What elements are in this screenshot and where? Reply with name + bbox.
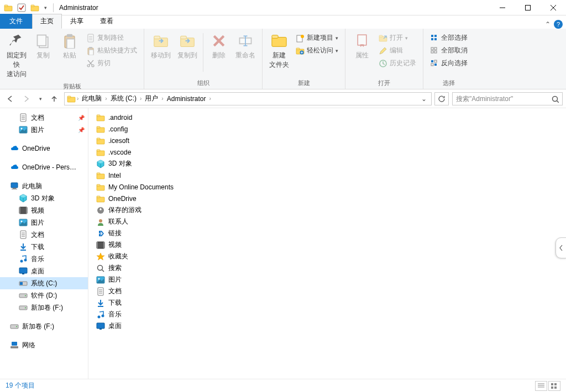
- copy-to-button[interactable]: 复制到: [174, 31, 201, 61]
- qat-dropdown-icon[interactable]: ▾: [42, 2, 49, 14]
- minimize-button[interactable]: [490, 0, 515, 15]
- file-item[interactable]: 保存的游戏: [94, 204, 560, 216]
- properties-button[interactable]: 属性: [349, 31, 375, 61]
- ribbon-collapse-icon[interactable]: ⌃: [545, 20, 551, 28]
- edit-button[interactable]: 编辑: [378, 45, 417, 56]
- chevron-right-icon[interactable]: ›: [209, 96, 211, 102]
- address-bar[interactable]: › 此电脑› 系统 (C:)› 用户› Administrator› ⌄: [64, 92, 432, 105]
- file-item[interactable]: 图片: [94, 274, 560, 285]
- tree-drive-c[interactable]: 系统 (C:): [0, 277, 88, 289]
- search-input[interactable]: [456, 95, 551, 103]
- address-folder-icon: [67, 94, 76, 103]
- icons-view-button[interactable]: [548, 381, 560, 391]
- onedrive-icon: [10, 144, 19, 153]
- chevron-right-icon[interactable]: ›: [140, 96, 142, 102]
- up-button[interactable]: [48, 92, 61, 105]
- details-view-button[interactable]: [535, 381, 547, 391]
- file-item[interactable]: 3D 对象: [94, 158, 560, 169]
- file-item[interactable]: 链接: [94, 227, 560, 239]
- new-item-button[interactable]: 新建项目▾: [295, 32, 339, 44]
- tree-pictures2[interactable]: 图片: [0, 216, 88, 229]
- easy-access-button[interactable]: 轻松访问▾: [295, 45, 339, 56]
- select-all-button[interactable]: 全部选择: [429, 32, 469, 44]
- recent-dropdown[interactable]: ▾: [36, 92, 44, 105]
- breadcrumb[interactable]: Administrator: [165, 95, 208, 103]
- tree-this-pc[interactable]: 此电脑: [0, 180, 88, 192]
- file-item[interactable]: 收藏夹: [94, 251, 560, 262]
- tree-music[interactable]: 音乐: [0, 253, 88, 265]
- cut-button[interactable]: 剪切: [85, 57, 138, 69]
- file-item[interactable]: OneDrive: [94, 193, 560, 204]
- chevron-right-icon[interactable]: ›: [161, 96, 163, 102]
- rename-button[interactable]: 重命名: [232, 31, 259, 61]
- file-item[interactable]: .android: [94, 112, 560, 123]
- tree-onedrive-personal[interactable]: OneDrive - Pers…: [0, 161, 88, 173]
- file-name: 搜索: [108, 263, 122, 273]
- file-item[interactable]: .config: [94, 123, 560, 135]
- search-icon: [551, 95, 559, 103]
- pin-quickaccess-button[interactable]: 固定到快 速访问: [3, 31, 30, 80]
- tree-documents2[interactable]: 文档: [0, 229, 88, 241]
- tree-desktop[interactable]: 桌面: [0, 265, 88, 277]
- search-box[interactable]: [452, 92, 563, 105]
- tree-newvol[interactable]: 新加卷 (F:): [0, 320, 88, 332]
- copy-button[interactable]: 复制: [30, 31, 56, 61]
- svg-rect-60: [431, 47, 433, 50]
- forward-button[interactable]: [20, 92, 33, 105]
- tab-view[interactable]: 查看: [92, 14, 122, 29]
- tree-videos[interactable]: 视频: [0, 204, 88, 216]
- breadcrumb[interactable]: 用户: [143, 94, 160, 103]
- tab-share[interactable]: 共享: [62, 14, 92, 29]
- invert-selection-button[interactable]: 反向选择: [429, 57, 469, 69]
- drive-icon: [19, 279, 28, 288]
- breadcrumb[interactable]: 此电脑: [80, 94, 104, 103]
- maximize-button[interactable]: [515, 0, 541, 15]
- file-item[interactable]: 桌面: [94, 320, 560, 332]
- folder-icon: [96, 183, 105, 192]
- tree-3d-objects[interactable]: 3D 对象: [0, 192, 88, 204]
- file-item[interactable]: 联系人: [94, 216, 560, 227]
- history-button[interactable]: 历史记录: [378, 57, 417, 69]
- pin-icon: 📌: [78, 127, 85, 133]
- file-item[interactable]: 下载: [94, 297, 560, 309]
- back-button[interactable]: [3, 92, 17, 105]
- folder-icon: [96, 125, 105, 134]
- open-button[interactable]: 打开▾: [378, 32, 417, 44]
- chevron-right-icon[interactable]: ›: [77, 96, 78, 102]
- select-none-button[interactable]: 全部取消: [429, 45, 469, 56]
- breadcrumb[interactable]: 系统 (C:): [108, 94, 139, 103]
- tree-drive-d[interactable]: 软件 (D:): [0, 289, 88, 301]
- file-item[interactable]: 文档: [94, 285, 560, 297]
- paste-shortcut-button[interactable]: 粘贴快捷方式: [85, 45, 138, 56]
- file-item[interactable]: My Online Documents: [94, 181, 560, 193]
- address-dropdown[interactable]: ⌄: [419, 95, 429, 103]
- tree-documents[interactable]: 文档📌: [0, 112, 88, 124]
- music-icon: [96, 310, 105, 319]
- refresh-button[interactable]: [434, 92, 449, 105]
- file-item[interactable]: 音乐: [94, 309, 560, 320]
- help-icon[interactable]: ?: [554, 20, 563, 29]
- side-peek-handle[interactable]: [555, 237, 566, 258]
- paste-button[interactable]: 粘贴: [56, 31, 83, 61]
- tab-home[interactable]: 主页: [32, 14, 62, 29]
- new-folder-button[interactable]: 新建 文件夹: [266, 31, 292, 71]
- chevron-right-icon[interactable]: ›: [105, 96, 107, 102]
- file-item[interactable]: .icesoft: [94, 135, 560, 146]
- delete-button[interactable]: 删除: [206, 31, 232, 61]
- file-item[interactable]: Intel: [94, 169, 560, 181]
- qat-folder-icon: [2, 2, 14, 14]
- copy-path-button[interactable]: 复制路径: [85, 32, 138, 44]
- tab-file[interactable]: 文件: [0, 14, 32, 29]
- close-button[interactable]: [541, 0, 566, 15]
- tree-pictures[interactable]: 图片📌: [0, 124, 88, 136]
- file-item[interactable]: .vscode: [94, 146, 560, 158]
- file-item[interactable]: 视频: [94, 239, 560, 251]
- file-item[interactable]: 搜索: [94, 262, 560, 274]
- svg-rect-63: [434, 51, 437, 53]
- tree-drive-f[interactable]: 新加卷 (F:): [0, 301, 88, 314]
- qat-properties-icon[interactable]: [15, 2, 28, 14]
- tree-network[interactable]: 网络: [0, 339, 88, 351]
- tree-downloads[interactable]: 下载: [0, 241, 88, 253]
- tree-onedrive[interactable]: OneDrive: [0, 142, 88, 155]
- move-to-button[interactable]: 移动到: [148, 31, 174, 61]
